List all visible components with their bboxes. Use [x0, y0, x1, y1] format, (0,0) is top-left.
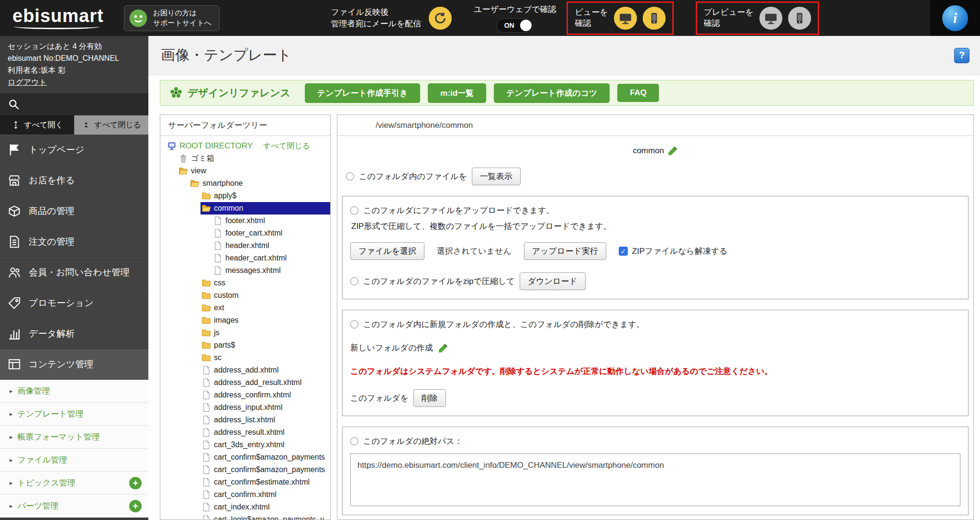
unzip-checkbox[interactable]: ✓ — [619, 247, 628, 256]
tree-item[interactable]: view — [163, 165, 330, 177]
current-path-header: /view/smartphone/common — [337, 115, 973, 136]
tree-item[interactable]: ゴミ箱 — [163, 152, 330, 165]
tree-item[interactable]: parts$ — [163, 339, 330, 351]
reference-link-button[interactable]: テンプレート作成手引き — [305, 83, 420, 103]
absolute-path-box[interactable]: https://demo.ebisumart.com/client_info/D… — [350, 453, 960, 506]
download-radio[interactable] — [350, 277, 358, 285]
tree-item[interactable]: custom — [163, 289, 330, 302]
tree-item[interactable]: address_result.xhtml — [163, 426, 330, 439]
tree-item[interactable]: cart_login$amazon_payments_v — [163, 513, 330, 520]
upload-execute-button[interactable]: アップロード実行 — [524, 242, 606, 260]
download-button[interactable]: ダウンロード — [520, 272, 586, 290]
sidebar-subitem[interactable]: ▸ 帳票フォーマット管理 + — [0, 426, 148, 449]
preview-mobile-button[interactable] — [788, 7, 811, 30]
tree-item[interactable]: address_list.xhtml — [163, 414, 330, 426]
view-desktop-button[interactable] — [614, 7, 637, 30]
tree-item[interactable]: messages.xhtml — [163, 264, 330, 277]
tree-item-label: ROOT DIRECTORY — [179, 141, 253, 151]
tree-item[interactable]: address_add.xhtml — [163, 364, 330, 376]
tree-item[interactable]: address_input.xhtml — [163, 401, 330, 414]
add-icon[interactable]: + — [129, 500, 142, 512]
collapse-icon — [81, 120, 91, 130]
create-folder-icon[interactable] — [438, 343, 448, 353]
panels-row: サーバーフォルダーツリー ROOT DIRECTORY すべて閉じる — [160, 114, 974, 520]
tree-item[interactable]: cart_confirm$amazon_payments — [163, 463, 330, 476]
smartphone-icon — [647, 11, 661, 25]
tree-item[interactable]: ROOT DIRECTORY すべて閉じる — [163, 140, 330, 152]
sidebar-menu-label: お店を作る — [29, 174, 75, 187]
delete-button[interactable]: 削除 — [413, 389, 446, 407]
sidebar-menu-item[interactable]: プロモーション — [0, 288, 148, 318]
toggle-knob — [520, 20, 532, 31]
reference-link-button[interactable]: FAQ — [617, 84, 659, 102]
tree-item[interactable]: smartphone — [163, 177, 330, 190]
user-web-toggle[interactable]: ON — [496, 18, 534, 33]
file-icon — [213, 266, 223, 275]
sidebar-subitem[interactable]: ▸ トピックス管理 + — [0, 472, 148, 495]
help-button[interactable]: ? — [954, 48, 969, 63]
tree-item[interactable]: apply$ — [163, 190, 330, 202]
logout-link[interactable]: ログアウト — [8, 78, 47, 86]
list-files-button[interactable]: 一覧表示 — [472, 168, 521, 185]
design-reference-link[interactable]: デザインリファレンス — [169, 86, 290, 100]
tree-collapse-all-link[interactable]: すべて閉じる — [263, 141, 310, 151]
tree-item[interactable]: footer.xhtml — [163, 215, 330, 227]
tree-item[interactable]: cart_index.xhtml — [163, 501, 330, 513]
edit-folder-icon[interactable] — [668, 146, 678, 156]
reference-link-button[interactable]: m:id一覧 — [428, 83, 486, 103]
upload-radio-row: このフォルダにファイルをアップロードできます。 — [350, 205, 960, 216]
tree-item[interactable]: sc — [163, 351, 330, 364]
collapse-all-button[interactable]: すべて閉じる — [74, 115, 148, 135]
support-site-badge[interactable]: お困りの方は サポートサイトへ — [124, 5, 220, 31]
tree-item[interactable]: address_add_result.xhtml — [163, 376, 330, 389]
tree-item[interactable]: footer_cart.xhtml — [163, 227, 330, 239]
preview-desktop-button[interactable] — [759, 7, 782, 30]
mail-refresh-button[interactable] — [429, 7, 452, 30]
folder-tree: ROOT DIRECTORY すべて閉じる ゴミ箱 — [160, 136, 330, 520]
folder-ops-radio[interactable] — [350, 320, 358, 328]
sidebar-subitem[interactable]: ▸ テンプレート管理 + — [0, 403, 148, 426]
arrow-marker-icon: ▸ — [10, 433, 13, 441]
sidebar-menu-item[interactable]: 商品の管理 — [0, 196, 148, 226]
tree-item[interactable]: header.xhtml — [163, 239, 330, 252]
tree-item[interactable]: header_cart.xhtml — [163, 252, 330, 264]
tree-item[interactable]: cart_confirm$amazon_payments — [163, 451, 330, 463]
tree-item-label: footer.xhtml — [225, 216, 265, 225]
tree-item[interactable]: images — [163, 314, 330, 327]
tree-item[interactable]: ext — [163, 302, 330, 314]
sidebar-subitem[interactable]: ▸ 画像管理 + — [0, 380, 148, 403]
tree-item[interactable]: js — [163, 327, 330, 339]
tree-item[interactable]: cart_3ds_entry.xhtml — [163, 439, 330, 451]
tree-item-label: apply$ — [214, 192, 236, 200]
folder-open-icon — [201, 203, 211, 213]
sidebar-subitem[interactable]: ▸ ファイル管理 + — [0, 449, 148, 472]
tree-item[interactable]: address_confirm.xhtml — [163, 389, 330, 401]
sidebar-menu-item[interactable]: コンテンツ管理 — [0, 349, 148, 380]
sidebar-menu-item[interactable]: 注文の管理 — [0, 226, 148, 257]
tree-item[interactable]: css — [163, 277, 330, 289]
choose-file-button[interactable]: ファイルを選択 — [350, 242, 424, 260]
expand-all-button[interactable]: すべて開く — [0, 115, 74, 135]
sidebar-subitem[interactable]: ▸ パーツ管理 + — [0, 495, 148, 518]
sidebar-search[interactable] — [0, 92, 148, 115]
file-icon — [201, 378, 211, 387]
list-files-radio[interactable] — [346, 172, 354, 181]
sidebar-menu-item[interactable]: お店を作る — [0, 165, 148, 196]
upload-controls-row: ファイルを選択 選択されていません アップロード実行 ✓ ZIPファイルなら解凍… — [350, 242, 960, 260]
sidebar-menu-item[interactable]: 会員・お問い合わせ管理 — [0, 257, 148, 288]
sidebar-menu-item[interactable]: データ解析 — [0, 318, 148, 349]
root-icon — [167, 141, 177, 151]
ebisumart-logo[interactable]: ebisumart — [12, 6, 104, 30]
info-icon[interactable]: i — [942, 5, 968, 31]
tree-item-label: view — [191, 167, 206, 175]
abs-path-radio[interactable] — [350, 437, 358, 445]
tree-item[interactable]: cart_confirm.xhtml — [163, 488, 330, 501]
tree-item[interactable]: cart_confirm$estimate.xhtml — [163, 476, 330, 488]
upload-radio[interactable] — [350, 206, 358, 215]
tree-item[interactable]: common — [163, 202, 330, 215]
view-mobile-button[interactable] — [643, 7, 666, 30]
add-icon[interactable]: + — [129, 477, 142, 489]
reference-link-button[interactable]: テンプレート作成のコツ — [494, 83, 610, 103]
design-reference-label: デザインリファレンス — [188, 86, 290, 100]
sidebar-menu-item[interactable]: トップページ — [0, 135, 148, 165]
